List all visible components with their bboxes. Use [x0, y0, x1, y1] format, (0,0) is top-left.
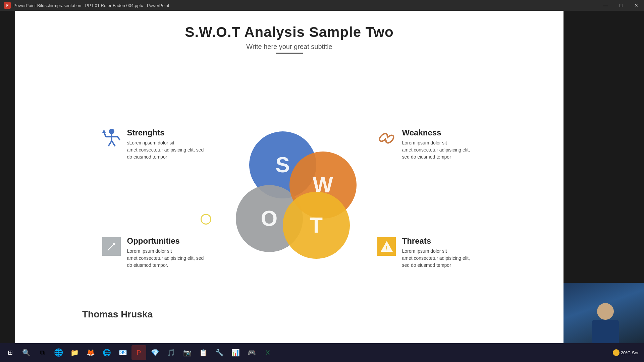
- taskbar-misc5[interactable]: 🔧: [212, 345, 227, 360]
- threats-icon-box: !: [377, 237, 396, 256]
- minimize-button[interactable]: —: [598, 0, 613, 11]
- weakness-block: Weakness Lorem ipsum dolor sit amet,cons…: [377, 128, 477, 161]
- taskbar-firefox[interactable]: 🦊: [83, 345, 98, 360]
- right-panel: [564, 11, 644, 362]
- left-labels: Strenghts sLorem ipsum dolor sit amet,co…: [102, 128, 216, 269]
- taskbar-misc4[interactable]: 📋: [196, 345, 211, 360]
- author-name: Thomas Hruska: [82, 309, 153, 320]
- taskbar-misc2[interactable]: 🎵: [164, 345, 178, 360]
- taskbar[interactable]: ⊞ 🔍 ⧉ 🌐 📁 🦊 🌐 📧 P 💎 🎵 📷 📋 🔧 📊 🎮 X 20°C S…: [0, 343, 644, 362]
- subtitle-underline: [276, 53, 303, 54]
- venn-diagram: S W O T: [216, 125, 363, 272]
- taskbar-taskview[interactable]: ⧉: [35, 345, 50, 360]
- weather-desc: Sor: [632, 350, 639, 355]
- taskbar-misc1[interactable]: 💎: [148, 345, 162, 360]
- taskbar-search[interactable]: 🔍: [19, 345, 34, 360]
- right-labels: Weakness Lorem ipsum dolor sit amet,cons…: [363, 128, 477, 269]
- svg-line-7: [112, 141, 115, 146]
- person-head: [597, 303, 614, 320]
- start-button[interactable]: ⊞: [3, 345, 17, 360]
- threats-body: Lorem ipsum dolor sit amet,consectetur a…: [402, 248, 477, 269]
- weakness-icon: [377, 128, 397, 148]
- taskbar-powerpoint[interactable]: P: [131, 345, 146, 360]
- window-controls[interactable]: — □ ✕: [598, 0, 644, 11]
- strengths-body: sLorem ipsum dolor sit amet,consectetur …: [127, 139, 208, 161]
- weather-temp: 20°C: [621, 350, 631, 355]
- titlebar: P PowerPoint-Bildschirmpräsentation - PP…: [0, 0, 644, 11]
- opportunities-block: Opportunities Lorem ipsum dolor sit amet…: [102, 236, 208, 269]
- taskbar-misc3[interactable]: 📷: [180, 345, 195, 360]
- svg-line-6: [108, 141, 112, 146]
- taskbar-chrome[interactable]: 🌐: [99, 345, 114, 360]
- taskbar-misc6[interactable]: 📊: [228, 345, 243, 360]
- taskbar-edge[interactable]: 🌐: [51, 345, 66, 360]
- svg-text:!: !: [386, 245, 388, 252]
- strengths-text: Strenghts sLorem ipsum dolor sit amet,co…: [127, 128, 208, 161]
- threats-heading: Threats: [402, 236, 477, 246]
- slide-canvas: S.W.O.T Analysis Sample Two Write here y…: [15, 11, 564, 343]
- weather-badge: 20°C Sor: [613, 349, 639, 356]
- maximize-button[interactable]: □: [613, 0, 629, 11]
- taskbar-misc7[interactable]: 🎮: [244, 345, 259, 360]
- webcam-view: [564, 283, 644, 343]
- titlebar-title: PowerPoint-Bildschirmpräsentation - PPT …: [13, 3, 169, 8]
- opportunities-icon: [102, 236, 122, 256]
- content-row: Strenghts sLorem ipsum dolor sit amet,co…: [35, 67, 543, 330]
- opportunities-icon-box: [102, 237, 121, 256]
- threats-block: ! Threats Lorem ipsum dolor sit amet,con…: [377, 236, 477, 269]
- slide-subtitle: Write here your great subtitle: [246, 43, 332, 51]
- weather-sun-icon: [613, 349, 620, 356]
- threats-icon: !: [377, 236, 397, 256]
- svg-line-5: [118, 137, 120, 140]
- strengths-block: Strenghts sLorem ipsum dolor sit amet,co…: [102, 128, 208, 161]
- opportunities-body: Lorem ipsum dolor sit amet,consectetur a…: [127, 248, 208, 269]
- weakness-body: Lorem ipsum dolor sit amet,consectetur a…: [402, 139, 477, 161]
- person-body: [592, 320, 619, 343]
- taskbar-outlook[interactable]: 📧: [115, 345, 130, 360]
- slide-title: S.W.O.T Analysis Sample Two: [185, 24, 393, 40]
- svg-point-0: [109, 129, 114, 134]
- opportunities-text: Opportunities Lorem ipsum dolor sit amet…: [127, 236, 208, 269]
- taskbar-files[interactable]: 📁: [67, 345, 82, 360]
- taskbar-right: 20°C Sor: [613, 349, 641, 356]
- opportunities-heading: Opportunities: [127, 236, 208, 246]
- circle-t: T: [283, 192, 350, 259]
- app-icon: P: [4, 2, 11, 9]
- svg-marker-4: [102, 129, 106, 133]
- strengths-icon: [102, 128, 122, 148]
- close-button[interactable]: ✕: [629, 0, 644, 11]
- threats-text: Threats Lorem ipsum dolor sit amet,conse…: [402, 236, 477, 269]
- taskbar-excel[interactable]: X: [260, 345, 275, 360]
- weakness-heading: Weakness: [402, 128, 477, 137]
- webcam-person: [564, 283, 644, 343]
- strengths-heading: Strenghts: [127, 128, 208, 137]
- weakness-text: Weakness Lorem ipsum dolor sit amet,cons…: [402, 128, 477, 161]
